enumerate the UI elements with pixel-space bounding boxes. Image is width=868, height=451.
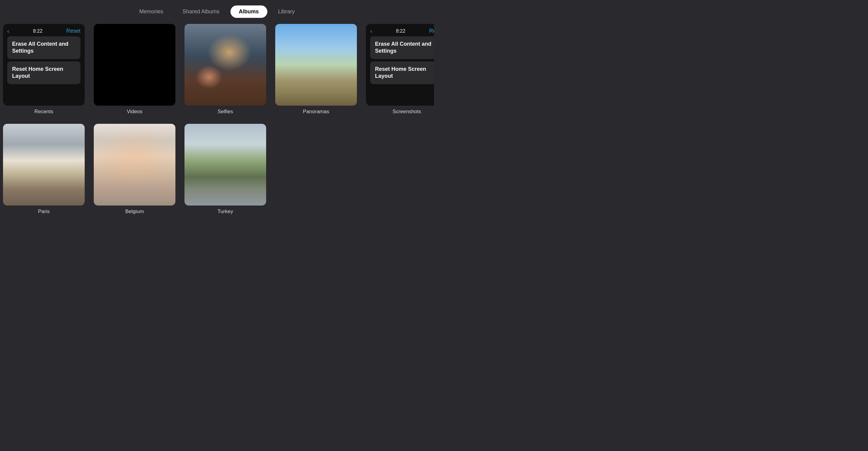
album-paris-thumb: [3, 124, 85, 205]
watch-menu-erase-2: Erase All Content and Settings: [370, 36, 434, 59]
tab-bar: Memories Shared Albums Albums Library: [0, 0, 434, 24]
album-belgium-thumb: [94, 124, 176, 205]
album-videos-label: Videos: [127, 109, 143, 115]
watch-time: 8:22: [33, 28, 42, 34]
album-turkey-label: Turkey: [217, 208, 233, 215]
album-screenshots-thumb: ‹ 8:22 Reset Erase All Content and Setti…: [366, 24, 434, 106]
watch-time-2: 8:22: [396, 28, 405, 34]
tab-library[interactable]: Library: [270, 5, 303, 18]
belgium-image: [94, 124, 176, 205]
watch-reset-btn: Reset: [66, 28, 81, 34]
tab-memories[interactable]: Memories: [131, 5, 172, 18]
album-recents-label: Recents: [34, 109, 53, 115]
album-panoramas-label: Panoramas: [303, 109, 329, 115]
videos-black-bg: [94, 24, 176, 106]
album-recents-thumb: ‹ 8:22 Reset Erase All Content and Setti…: [3, 24, 85, 106]
album-selfies-label: Selfies: [217, 109, 233, 115]
album-belgium-label: Belgium: [125, 208, 144, 215]
album-belgium[interactable]: Belgium: [94, 124, 176, 215]
turkey-image: [185, 124, 266, 205]
watch-header-screenshots: ‹ 8:22 Reset: [370, 28, 434, 34]
watch-reset-btn-2: Reset: [429, 28, 434, 34]
album-screenshots[interactable]: ‹ 8:22 Reset Erase All Content and Setti…: [366, 24, 434, 115]
album-selfies-thumb: [185, 24, 266, 106]
watch-header-recents: ‹ 8:22 Reset: [7, 28, 81, 34]
album-videos-thumb: [94, 24, 176, 106]
watch-menu-reset: Reset Home Screen Layout: [7, 61, 81, 84]
albums-grid: ‹ 8:22 Reset Erase All Content and Setti…: [0, 24, 434, 221]
tab-albums[interactable]: Albums: [230, 5, 267, 18]
tab-shared-albums[interactable]: Shared Albums: [174, 5, 228, 18]
album-screenshots-label: Screenshots: [393, 109, 421, 115]
album-row-1: ‹ 8:22 Reset Erase All Content and Setti…: [3, 24, 431, 115]
album-paris-label: Paris: [38, 208, 50, 215]
album-videos[interactable]: Videos: [94, 24, 176, 115]
album-turkey-thumb: [185, 124, 266, 205]
watch-back-icon: ‹: [7, 28, 9, 34]
album-row-2: Paris Belgium Turkey: [3, 124, 431, 215]
album-turkey[interactable]: Turkey: [185, 124, 266, 215]
album-paris[interactable]: Paris: [3, 124, 85, 215]
paris-image: [3, 124, 85, 205]
album-panoramas-thumb: [275, 24, 357, 106]
panorama-image: [275, 24, 357, 106]
selfie-image: [185, 24, 266, 106]
album-panoramas[interactable]: Panoramas: [275, 24, 357, 115]
watch-screen-recents: ‹ 8:22 Reset Erase All Content and Setti…: [3, 24, 85, 106]
album-recents[interactable]: ‹ 8:22 Reset Erase All Content and Setti…: [3, 24, 85, 115]
watch-back-icon-2: ‹: [370, 28, 372, 34]
album-selfies[interactable]: Selfies: [185, 24, 266, 115]
watch-menu-reset-2: Reset Home Screen Layout: [370, 61, 434, 84]
watch-menu-erase: Erase All Content and Settings: [7, 36, 81, 59]
watch-screen-screenshots: ‹ 8:22 Reset Erase All Content and Setti…: [366, 24, 434, 106]
